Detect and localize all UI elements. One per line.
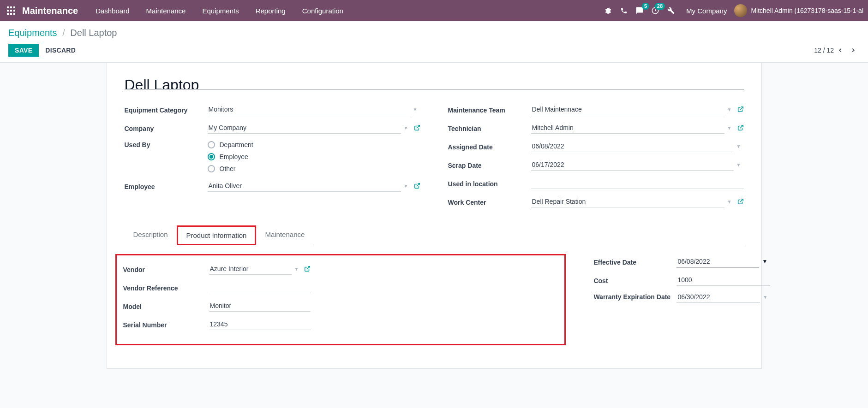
chevron-down-icon[interactable]: ▼: [401, 183, 411, 189]
module-brand[interactable]: Maintenance: [22, 6, 78, 16]
external-link-icon[interactable]: [735, 124, 744, 131]
label-used-location: Used in location: [448, 178, 531, 188]
user-avatar[interactable]: [734, 4, 747, 17]
used-location-input[interactable]: [531, 177, 744, 189]
radio-department[interactable]: Department: [208, 141, 253, 148]
svg-rect-8: [13, 13, 15, 15]
radio-other[interactable]: Other: [208, 165, 253, 172]
pager: 12 / 12: [814, 44, 860, 57]
breadcrumb: Equipments / Dell Laptop: [0, 21, 868, 40]
chevron-down-icon[interactable]: ▼: [734, 162, 744, 167]
company-input[interactable]: [208, 122, 401, 134]
label-warranty-expiration: Warranty Expiration Date: [593, 291, 676, 301]
chevron-down-icon[interactable]: ▼: [760, 295, 770, 300]
nav-dashboard[interactable]: Dashboard: [87, 7, 138, 15]
chevron-down-icon[interactable]: ▼: [759, 258, 770, 265]
nav-reporting[interactable]: Reporting: [247, 7, 294, 15]
chevron-down-icon[interactable]: ▼: [724, 107, 735, 112]
warranty-expiration-input[interactable]: [676, 291, 760, 303]
radio-label: Department: [220, 141, 253, 148]
label-work-center: Work Center: [448, 197, 531, 206]
form-right-column: Maintenance Team ▼ Technician ▼: [448, 102, 744, 213]
used-by-radio-group: Department Employee Other: [208, 139, 253, 172]
form-sheet: Dell Laptop Equipment Category ▼ Company…: [107, 63, 762, 369]
breadcrumb-separator: /: [62, 28, 65, 38]
control-bar: Equipments / Dell Laptop SAVE DISCARD 12…: [0, 21, 868, 63]
svg-rect-2: [13, 6, 15, 8]
chevron-down-icon[interactable]: ▼: [410, 107, 420, 112]
radio-label: Employee: [220, 153, 248, 160]
vendor-ref-input[interactable]: [209, 282, 311, 293]
svg-rect-0: [7, 6, 9, 8]
model-input[interactable]: [209, 300, 311, 312]
equipment-name-input[interactable]: Dell Laptop: [125, 74, 744, 89]
svg-rect-1: [10, 6, 12, 8]
svg-rect-3: [7, 10, 9, 12]
bug-icon[interactable]: [600, 3, 616, 18]
activity-icon[interactable]: 28: [647, 3, 663, 18]
discard-button[interactable]: DISCARD: [45, 47, 76, 54]
nav-configuration[interactable]: Configuration: [294, 7, 352, 15]
top-navbar: Maintenance Dashboard Maintenance Equipm…: [0, 0, 868, 21]
chevron-down-icon[interactable]: ▼: [401, 125, 411, 130]
tools-icon[interactable]: [663, 3, 679, 18]
equipment-category-input[interactable]: [208, 104, 410, 115]
chevron-down-icon[interactable]: ▼: [724, 199, 735, 204]
external-link-icon[interactable]: [735, 106, 744, 112]
external-link-icon[interactable]: [735, 198, 744, 205]
chevron-down-icon[interactable]: ▼: [734, 144, 744, 149]
tab-description[interactable]: Description: [125, 225, 177, 245]
chevron-down-icon[interactable]: ▼: [292, 266, 302, 272]
radio-label: Other: [220, 165, 236, 172]
label-vendor: Vendor: [123, 264, 209, 273]
pager-prev-icon[interactable]: [834, 44, 847, 57]
label-employee: Employee: [125, 181, 208, 190]
work-center-input[interactable]: [531, 196, 724, 207]
messages-icon[interactable]: 5: [632, 3, 647, 18]
serial-number-input[interactable]: [209, 319, 311, 330]
label-technician: Technician: [448, 123, 531, 132]
tab-product-information[interactable]: Product Information: [177, 225, 257, 245]
phone-icon[interactable]: [616, 3, 632, 18]
label-assigned-date: Assigned Date: [448, 142, 531, 151]
label-used-by: Used By: [125, 139, 208, 148]
external-link-icon[interactable]: [411, 124, 420, 131]
highlight-vendor-block: Vendor ▼ Vendor Reference: [115, 254, 566, 345]
tab-content-product-information: Vendor ▼ Vendor Reference: [125, 245, 744, 345]
scrap-date-input[interactable]: [531, 159, 734, 171]
assigned-date-input[interactable]: [531, 141, 734, 152]
vendor-input[interactable]: [209, 263, 292, 275]
technician-input[interactable]: [531, 122, 724, 134]
nav-equipments[interactable]: Equipments: [194, 7, 247, 15]
pager-text: 12 / 12: [814, 47, 834, 54]
chevron-down-icon[interactable]: ▼: [724, 125, 735, 130]
label-cost: Cost: [593, 275, 676, 284]
external-link-icon[interactable]: [411, 183, 420, 189]
label-model: Model: [123, 301, 209, 310]
cost-input[interactable]: [676, 274, 770, 286]
pager-next-icon[interactable]: [847, 44, 860, 57]
maintenance-team-input[interactable]: [531, 104, 724, 115]
label-scrap-date: Scrap Date: [448, 160, 531, 169]
tab-maintenance[interactable]: Maintenance: [256, 225, 313, 245]
apps-icon[interactable]: [5, 6, 18, 15]
external-link-icon[interactable]: [301, 266, 311, 272]
label-equipment-category: Equipment Category: [125, 105, 208, 114]
label-company: Company: [125, 123, 208, 132]
label-vendor-ref: Vendor Reference: [123, 283, 209, 292]
employee-input[interactable]: [208, 180, 401, 192]
svg-rect-6: [7, 13, 9, 15]
effective-date-input[interactable]: [676, 256, 759, 267]
user-menu[interactable]: Mitchell Admin (16273178-saas-15-1-al: [751, 7, 863, 14]
label-effective-date: Effective Date: [593, 257, 676, 266]
tab-bar: Description Product Information Maintena…: [125, 225, 744, 245]
nav-maintenance[interactable]: Maintenance: [138, 7, 194, 15]
form-left-column: Equipment Category ▼ Company ▼: [125, 102, 420, 213]
company-switcher[interactable]: My Company: [686, 7, 727, 15]
breadcrumb-current: Dell Laptop: [70, 28, 117, 38]
radio-employee[interactable]: Employee: [208, 153, 253, 160]
svg-rect-4: [10, 10, 12, 12]
save-button[interactable]: SAVE: [8, 44, 39, 57]
breadcrumb-root[interactable]: Equipments: [8, 28, 57, 38]
label-serial-number: Serial Number: [123, 319, 209, 329]
